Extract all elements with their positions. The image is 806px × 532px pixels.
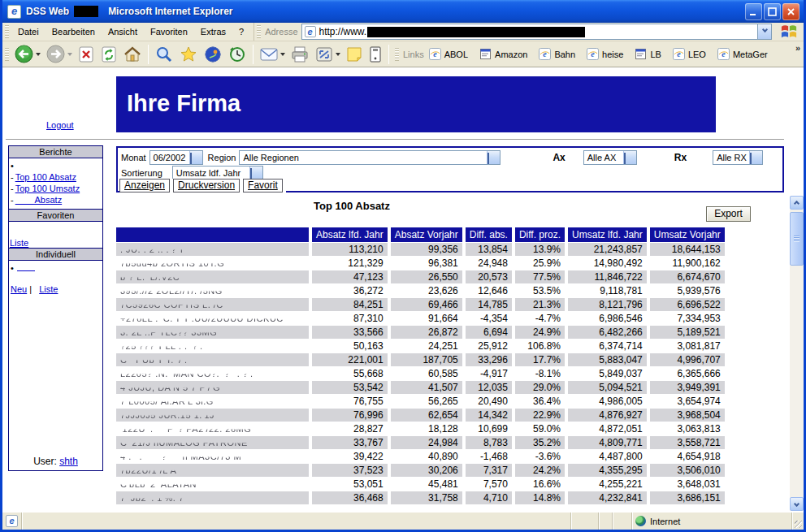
sortierung-select[interactable]: Umsatz ldf. Jahr [172, 166, 263, 180]
links-grip[interactable] [395, 48, 399, 61]
quick-link[interactable]: e MetaGer [717, 48, 768, 60]
filter-action-button[interactable]: Druckversion [173, 179, 240, 192]
umsatz-lfd-cell: 4,487,800 [568, 450, 647, 463]
menu-grip[interactable] [5, 25, 9, 38]
mail-dropdown-icon[interactable] [280, 53, 285, 56]
report-link[interactable]: Top 100 Absatz [15, 172, 76, 182]
sidebar-item-report[interactable]: - Absatz [11, 194, 101, 205]
links-overflow-chevron[interactable]: » [795, 41, 800, 53]
sidebar-header-individuell: Individuell [9, 248, 102, 261]
export-button[interactable]: Export [706, 206, 751, 222]
chevron-down-icon[interactable] [487, 151, 500, 164]
history-button[interactable] [225, 43, 249, 66]
minimize-button[interactable] [745, 3, 762, 20]
absatz-vorjahr-cell: 56,265 [391, 395, 462, 408]
back-button[interactable] [11, 43, 43, 66]
resize-dropdown-icon[interactable] [336, 53, 340, 56]
column-header: Diff. proz. [515, 227, 565, 242]
redacted-individual-link[interactable] [17, 263, 35, 271]
logout-link[interactable]: Logout [46, 120, 74, 130]
chevron-down-icon[interactable] [249, 167, 262, 179]
menu-item[interactable]: Bearbeiten [46, 24, 102, 39]
stop-button[interactable] [75, 43, 98, 66]
sidebar-item-individuell-liste[interactable]: Liste [39, 284, 58, 294]
sidebar-item-favoriten-liste[interactable]: Liste [10, 238, 28, 248]
diff-abs-cell: -1,468 [466, 450, 512, 463]
column-header: Absatz Vorjahr [391, 227, 462, 242]
diff-abs-cell: 10,699 [466, 422, 512, 435]
quick-link[interactable]: e Bahn [539, 48, 575, 60]
sortierung-label: Sortierung [121, 168, 162, 178]
umsatz-vorjahr-cell: 7,334,953 [650, 312, 725, 325]
quick-link[interactable]: e LEO [673, 48, 706, 60]
favorites-button[interactable] [176, 43, 201, 66]
forward-button[interactable] [43, 43, 75, 66]
toolbar-separator [388, 45, 389, 64]
sidebar-item-report[interactable]: -Top 100 Absatz [11, 171, 101, 183]
maximize-button[interactable] [764, 3, 781, 20]
chevron-down-icon[interactable] [749, 151, 762, 164]
back-dropdown-icon[interactable] [36, 53, 41, 56]
menu-item[interactable]: ? [232, 24, 250, 39]
table-row: +27oLL . 'C.'T T'.UU/2UUUU DICKUC 87,310… [116, 312, 725, 325]
menu-item[interactable]: Ansicht [102, 24, 144, 39]
sidebar-item-neu[interactable]: Neu [11, 284, 27, 294]
forward-dropdown-icon[interactable] [67, 53, 72, 56]
status-message-panel [22, 513, 571, 530]
diff-proz-cell: 24.2% [515, 464, 565, 477]
quick-link[interactable]: e heise [587, 48, 623, 60]
region-select[interactable]: Alle Regionen [239, 150, 500, 165]
filter-action-button[interactable]: Anzeigen [119, 179, 170, 192]
umsatz-lfd-cell: 14,980,492 [568, 257, 647, 270]
resize-grip[interactable] [792, 513, 804, 530]
sidebar-item-report[interactable]: -Top 100 Umsatz [11, 183, 101, 194]
mail-button[interactable] [257, 43, 288, 66]
absatz-vorjahr-cell: 62,654 [391, 409, 462, 422]
umsatz-vorjahr-cell: 3,949,391 [650, 381, 725, 394]
quick-link[interactable]: e ABOL [429, 48, 468, 60]
menu-item[interactable]: Datei [11, 24, 46, 39]
filter-panel: Monat 06/2002 Region Alle Regionen Ax Al… [116, 146, 784, 192]
product-name-cell: +27oLL . 'C.'T T'.UU/2UUUU DICKUC [116, 312, 309, 325]
quick-link[interactable]: e LB [635, 48, 661, 60]
report-link[interactable]: Top 100 Umsatz [15, 184, 80, 193]
report-link[interactable]: Absatz [15, 195, 62, 205]
chevron-down-icon[interactable] [623, 151, 636, 164]
address-grip[interactable] [257, 25, 261, 38]
content-scrollbar[interactable] [790, 196, 804, 511]
resize-button[interactable] [312, 43, 343, 66]
close-button[interactable] [782, 3, 800, 20]
table-row: C'bLb' 2 'ALATAN 53,051 45,481 7,570 16.… [116, 478, 725, 491]
home-button[interactable] [120, 43, 145, 66]
quick-link[interactable]: e Amazon [479, 48, 527, 60]
note-button[interactable] [343, 43, 366, 66]
umsatz-lfd-cell: 6,986,546 [568, 312, 647, 325]
address-dropdown-button[interactable] [757, 24, 771, 39]
filter-buttons: AnzeigenDruckversionFavorit [119, 179, 286, 192]
address-input[interactable]: e http://www. [301, 24, 772, 40]
absatz-vorjahr-cell: 40,890 [391, 450, 462, 463]
ax-select[interactable]: Alle AX [583, 150, 637, 165]
toolbar-grip[interactable] [5, 48, 9, 61]
product-name-cell: 7 'Jb2' . 1'%. 7 [116, 491, 309, 504]
refresh-button[interactable] [98, 43, 120, 66]
ie-link-icon: e [587, 48, 599, 60]
chevron-down-icon[interactable] [189, 151, 202, 164]
messenger-button[interactable] [366, 43, 385, 66]
search-button[interactable] [152, 43, 176, 66]
filter-action-button[interactable]: Favorit [243, 179, 283, 192]
menu-item[interactable]: Favoriten [144, 24, 194, 39]
scrollbar-thumb[interactable] [790, 212, 804, 266]
user-link[interactable]: shth [59, 456, 78, 467]
scroll-up-button[interactable] [790, 196, 804, 210]
media-button[interactable] [201, 43, 225, 66]
monat-select[interactable]: 06/2002 [150, 150, 203, 165]
print-button[interactable] [288, 43, 312, 66]
menu-bar: DateiBearbeitenAnsichtFavoritenExtras? A… [2, 23, 804, 41]
absatz-vorjahr-cell: 99,356 [391, 243, 462, 256]
menu-item[interactable]: Extras [194, 24, 232, 39]
zone-label: Internet [650, 517, 680, 526]
diff-abs-cell: 8,783 [466, 436, 512, 449]
scroll-down-button[interactable] [790, 497, 804, 511]
rx-select[interactable]: Alle RX [713, 150, 763, 165]
